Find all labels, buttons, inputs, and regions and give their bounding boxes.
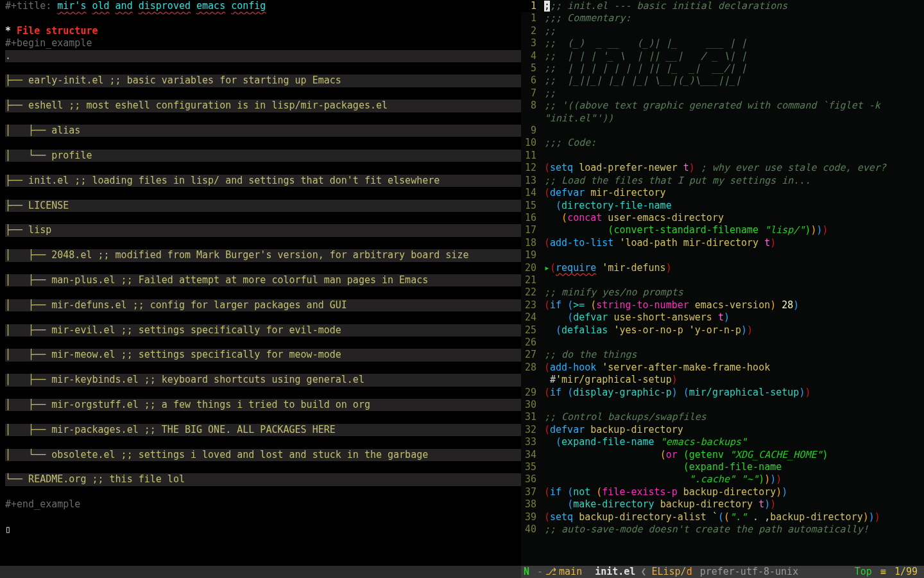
- emacs-frame: #+title: mir's old and disproved emacs c…: [0, 0, 924, 578]
- left-modeline: [0, 566, 521, 578]
- modeline-langle: ❮: [640, 566, 646, 578]
- scroll-position: Top ≡ 1/99: [855, 566, 918, 578]
- left-window-readme-org[interactable]: #+title: mir's old and disproved emacs c…: [0, 0, 521, 578]
- right-window-init-el[interactable]: 112345678 910111213141516171819202122232…: [521, 0, 924, 578]
- buffer-name: init.el: [595, 566, 635, 578]
- init-el-buffer[interactable]: ;;; init.el --- basic initial declaratio…: [544, 0, 924, 536]
- modeline-dash: -: [537, 566, 543, 578]
- major-mode: ELisp/d: [651, 566, 692, 578]
- evil-state-indicator: N: [524, 566, 529, 578]
- readme-buffer[interactable]: #+title: mir's old and disproved emacs c…: [5, 0, 521, 536]
- right-modeline: N - ⎇ main init.el ❮ ELisp/d prefer-utf-…: [521, 566, 924, 578]
- line-number-gutter: 112345678 910111213141516171819202122232…: [521, 0, 540, 578]
- vc-branch: main: [559, 566, 582, 578]
- vc-branch-icon: ⎇: [545, 566, 556, 578]
- buffer-encoding: prefer-utf-8-unix: [700, 566, 799, 578]
